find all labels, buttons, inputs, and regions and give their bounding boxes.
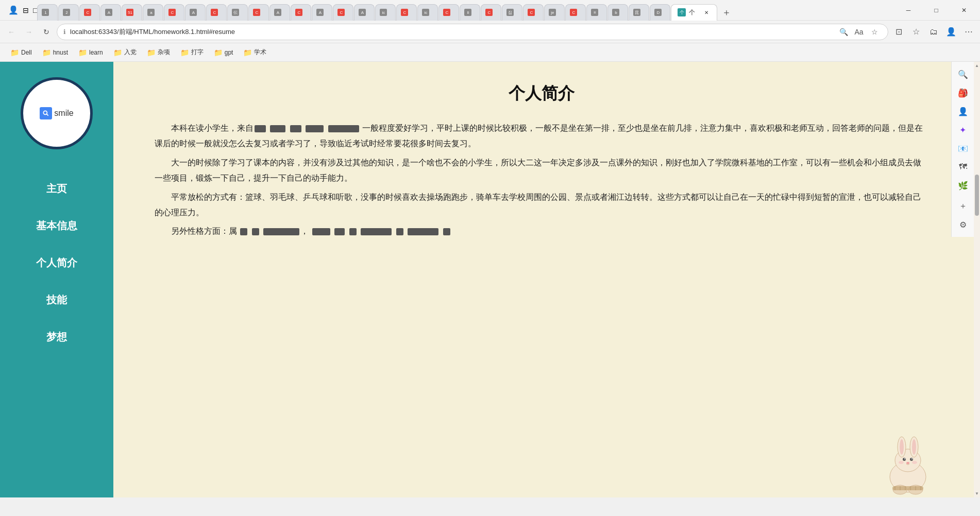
tab-book[interactable]: 昆 — [629, 4, 649, 21]
tab-2[interactable]: 2 — [58, 4, 79, 21]
scrollbar[interactable]: ▲ ▼ — [974, 62, 980, 497]
tab-trans[interactable]: 伝 — [227, 4, 248, 21]
svg-point-12 — [906, 462, 909, 464]
bookmark-label-dell: Dell — [21, 49, 32, 56]
bookmark-label-gpt: gpt — [225, 49, 233, 56]
tab-c6[interactable]: C — [333, 4, 353, 21]
page-content: 个人简介 本科在读小学生，来自 一般程度爱好学习，平时上课的时候比较积极，一般不… — [113, 62, 980, 497]
tab-51[interactable]: 51 — [122, 4, 142, 21]
scroll-down-button[interactable]: ▼ — [975, 490, 979, 497]
svg-rect-17 — [892, 486, 923, 490]
redacted-1c — [290, 125, 301, 132]
tab-favicon-a2: a — [147, 9, 155, 16]
bookmark-misc[interactable]: 📁 杂项 — [143, 46, 174, 59]
tab-active[interactable]: 个 个 ✕ — [671, 4, 717, 21]
scroll-thumb[interactable] — [975, 175, 979, 216]
tab-c1[interactable]: C — [79, 4, 100, 21]
maximize-button[interactable]: □ — [924, 3, 948, 18]
close-button[interactable]: ✕ — [952, 3, 976, 18]
bookmark-academic[interactable]: 📁 学术 — [239, 46, 271, 59]
tab-1[interactable]: 1 — [37, 4, 58, 21]
sidebar-toggle[interactable]: □ — [33, 6, 37, 14]
panel-copilot-icon[interactable]: ✦ — [955, 122, 971, 138]
tab-a2[interactable]: a — [143, 4, 163, 21]
tab-c7[interactable]: C — [396, 4, 417, 21]
bio-paragraph-2: 大一的时候除了学习了课本的内容，并没有涉及过其他的知识，是一个啥也不会的小学生，… — [155, 155, 928, 186]
tab-favicon-trans: 伝 — [232, 9, 239, 16]
bookmark-learn[interactable]: 📁 learn — [74, 46, 107, 59]
bookmark-label-hnust: hnust — [53, 49, 68, 56]
nav-item-dreams[interactable]: 梦想 — [0, 318, 113, 355]
panel-user-icon[interactable]: 👤 — [955, 103, 971, 119]
tab-favicon-a1: A — [105, 9, 112, 16]
nav-item-basic-info-label: 基本信息 — [36, 219, 77, 233]
star-button[interactable]: ☆ — [867, 25, 882, 39]
tab-c2[interactable]: C — [164, 4, 184, 21]
tab-a6[interactable]: A — [354, 4, 375, 21]
redacted-4b — [252, 228, 259, 235]
minimize-button[interactable]: ─ — [897, 3, 920, 18]
tab-favicon-c3: C — [211, 9, 218, 16]
split-screen-button[interactable]: ⊡ — [891, 25, 906, 39]
reader-mode-button[interactable]: Aa — [852, 25, 866, 39]
panel-red-icon[interactable]: 🎒 — [955, 84, 971, 101]
tab-a4[interactable]: A — [269, 4, 290, 21]
collections-button[interactable]: 🗂 — [926, 25, 941, 39]
tab-korean[interactable]: 집 — [502, 4, 522, 21]
tab-a1[interactable]: A — [100, 4, 121, 21]
tab-a5[interactable]: A — [312, 4, 332, 21]
bookmark-folder-icon-misc: 📁 — [147, 48, 156, 57]
nav-item-skills[interactable]: 技能 — [0, 281, 113, 318]
bookmark-dell[interactable]: 📁 Dell — [6, 46, 36, 59]
tab-active-title: 个 — [689, 8, 699, 17]
back-button[interactable]: ← — [4, 25, 19, 39]
tab-favicon-search: b — [612, 9, 619, 16]
profile-icon[interactable]: 👤 — [8, 5, 19, 15]
panel-search-icon[interactable]: 🔍 — [955, 66, 971, 82]
address-bar[interactable]: ℹ localhost:63343/前端/HTML/homework8.1.ht… — [57, 24, 888, 40]
redacted-4c — [263, 228, 299, 235]
account-button[interactable]: 👤 — [944, 25, 958, 39]
favorites-button[interactable]: ☆ — [909, 25, 923, 39]
tab-favicon-ic1: ic — [380, 9, 387, 16]
panel-settings-icon[interactable]: ⚙ — [955, 216, 971, 233]
more-button[interactable]: ⋯ — [961, 25, 976, 39]
panel-map-icon[interactable]: 🗺 — [955, 159, 971, 175]
tab-ic2[interactable]: ic — [417, 4, 438, 21]
panel-outlook-icon[interactable]: 📧 — [955, 140, 971, 157]
tab-c5[interactable]: C — [291, 4, 311, 21]
bio-paragraph-1: 本科在读小学生，来自 一般程度爱好学习，平时上课的时候比较积极，一般不是坐在第一… — [155, 121, 928, 152]
tab-ic1[interactable]: ic — [375, 4, 396, 21]
tab-equiv[interactable]: ≡ — [586, 4, 607, 21]
tab-c9[interactable]: C — [481, 4, 501, 21]
bookmark-hnust[interactable]: 📁 hnust — [38, 46, 72, 59]
tab-c11[interactable]: C — [565, 4, 586, 21]
tab-search[interactable]: b — [607, 4, 628, 21]
nav-item-basic-info[interactable]: 基本信息 — [0, 207, 113, 244]
tab-d[interactable]: D — [650, 4, 670, 21]
tab-a3[interactable]: A — [185, 4, 206, 21]
scroll-up-button[interactable]: ▲ — [975, 62, 979, 70]
nav-item-bio[interactable]: 个人简介 — [0, 244, 113, 281]
svg-point-7 — [912, 439, 916, 455]
bio-paragraph-4: 另外性格方面：属 ， — [155, 223, 928, 239]
panel-add-icon[interactable]: ＋ — [955, 198, 971, 214]
tab-c3[interactable]: C — [206, 4, 227, 21]
forward-button[interactable]: → — [22, 25, 36, 39]
tab-c10[interactable]: C — [523, 4, 544, 21]
tab-close-active[interactable]: ✕ — [702, 8, 711, 16]
tab-c4[interactable]: C — [248, 4, 269, 21]
tab-je[interactable]: je — [544, 4, 565, 21]
nav-item-home[interactable]: 主页 — [0, 170, 113, 207]
bookmark-gpt[interactable]: 📁 gpt — [210, 46, 238, 59]
panel-green-icon[interactable]: 🌿 — [955, 177, 971, 194]
tab-manager[interactable]: ⊟ — [23, 6, 29, 14]
reload-button[interactable]: ↻ — [39, 25, 54, 39]
search-address-button[interactable]: 🔍 — [836, 25, 851, 39]
tab-il[interactable]: Il — [460, 4, 480, 21]
tab-c8[interactable]: C — [438, 4, 459, 21]
bookmark-join-party[interactable]: 📁 入党 — [109, 46, 141, 59]
bookmark-typing[interactable]: 📁 打字 — [176, 46, 208, 59]
nav-item-skills-label: 技能 — [46, 293, 67, 307]
new-tab-button[interactable]: ＋ — [719, 5, 734, 20]
